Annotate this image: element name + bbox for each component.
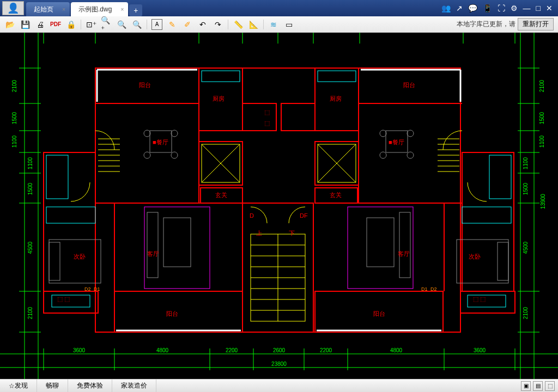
export-icon[interactable]: ↗ bbox=[456, 4, 463, 13]
tab-chat[interactable]: 畅聊 bbox=[37, 379, 68, 393]
open-icon[interactable]: 📂 bbox=[4, 19, 15, 30]
user-avatar[interactable]: 👤 bbox=[2, 1, 24, 15]
svg-rect-125 bbox=[498, 242, 508, 280]
svg-rect-122 bbox=[49, 240, 101, 283]
svg-rect-118 bbox=[147, 212, 158, 278]
save-icon[interactable]: 💾 bbox=[20, 19, 31, 30]
svg-rect-72 bbox=[489, 155, 511, 199]
svg-text:DF: DF bbox=[300, 212, 308, 219]
svg-text:2600: 2600 bbox=[273, 347, 286, 353]
label-kitchen: 厨房 bbox=[330, 95, 342, 102]
pdf-icon[interactable]: PDF bbox=[50, 19, 61, 30]
wechat-icon[interactable]: 💬 bbox=[468, 4, 477, 13]
label-down: 下 bbox=[289, 230, 295, 236]
print-icon[interactable]: 🖨 bbox=[35, 19, 46, 30]
svg-rect-62 bbox=[460, 291, 515, 313]
measure-icon[interactable]: 📏 bbox=[233, 19, 244, 30]
zoom-in-icon[interactable]: 🔍⁺ bbox=[101, 19, 112, 30]
label-up: 上 bbox=[256, 230, 262, 236]
settings-icon[interactable]: ⚙ bbox=[511, 4, 518, 13]
tab-trial[interactable]: 免费体验 bbox=[68, 379, 112, 393]
label-balcony: 阳台 bbox=[403, 82, 415, 88]
svg-rect-116 bbox=[144, 207, 210, 289]
svg-rect-53 bbox=[281, 103, 315, 131]
svg-text:2100: 2100 bbox=[11, 79, 17, 92]
svg-rect-74 bbox=[462, 207, 511, 223]
tab-renovation[interactable]: 家装造价 bbox=[112, 379, 156, 393]
svg-rect-123 bbox=[49, 242, 60, 280]
svg-rect-124 bbox=[457, 240, 508, 283]
label-entrance: 玄关 bbox=[330, 192, 342, 198]
zoom-window-icon[interactable]: ⊡⁺ bbox=[86, 19, 96, 30]
zoom-out-icon[interactable]: 🔍 bbox=[116, 19, 127, 30]
svg-rect-120 bbox=[367, 218, 394, 267]
svg-text:4800: 4800 bbox=[156, 347, 169, 353]
fullscreen-icon[interactable]: ⛶ bbox=[498, 4, 505, 13]
maximize-icon[interactable]: □ bbox=[536, 4, 541, 13]
tab-start[interactable]: 起始页× bbox=[26, 2, 70, 16]
layout-nav-icon[interactable]: ⬚ bbox=[545, 381, 555, 391]
svg-text:1500: 1500 bbox=[523, 182, 529, 195]
label-dining: ■餐厅 bbox=[153, 139, 168, 145]
reopen-button[interactable]: 重新打开 bbox=[518, 18, 554, 30]
add-tab-button[interactable]: + bbox=[129, 4, 142, 16]
svg-point-112 bbox=[380, 130, 386, 137]
svg-text:⬚: ⬚ bbox=[264, 109, 270, 115]
svg-rect-70 bbox=[318, 71, 356, 82]
svg-text:D: D bbox=[250, 212, 254, 219]
tab-file[interactable]: 示例图.dwg× bbox=[71, 2, 128, 16]
svg-text:4800: 4800 bbox=[390, 347, 403, 353]
svg-text:⬚ ⬚: ⬚ ⬚ bbox=[57, 296, 70, 302]
svg-text:2200: 2200 bbox=[226, 347, 238, 353]
label-bedroom2: 次卧 bbox=[74, 253, 86, 260]
svg-text:1100: 1100 bbox=[11, 135, 17, 148]
label-living: 客厅 bbox=[398, 250, 410, 257]
tab-discover[interactable]: ☆ 发现 bbox=[0, 379, 37, 393]
lock-icon[interactable]: 🔒 bbox=[65, 19, 76, 30]
share-icon[interactable]: 👥 bbox=[441, 4, 451, 13]
svg-rect-121 bbox=[399, 212, 410, 278]
text-icon[interactable]: A bbox=[151, 19, 162, 30]
svg-rect-119 bbox=[348, 207, 413, 289]
svg-text:3600: 3600 bbox=[474, 347, 486, 353]
svg-point-108 bbox=[171, 130, 178, 137]
minimize-icon[interactable]: — bbox=[523, 4, 531, 13]
drawing-canvas[interactable]: 阳台 阳台 厨房 厨房 ■餐厅 ■餐厅 玄关 玄关 客厅 客厅 次卧 次卧 阳台… bbox=[0, 33, 558, 379]
svg-text:2200: 2200 bbox=[320, 347, 332, 353]
undo-icon[interactable]: ↶ bbox=[197, 19, 208, 30]
svg-rect-71 bbox=[46, 155, 68, 199]
layers-icon[interactable]: ≋ bbox=[268, 19, 279, 30]
paper-space-icon[interactable]: ▤ bbox=[533, 381, 543, 391]
pencil-icon[interactable]: ✎ bbox=[167, 19, 178, 30]
close-icon[interactable]: × bbox=[62, 7, 65, 13]
measure2-icon[interactable]: 📐 bbox=[248, 19, 259, 30]
svg-text:23800: 23800 bbox=[271, 361, 287, 367]
highlight-icon[interactable]: ✐ bbox=[182, 19, 193, 30]
svg-text:4500: 4500 bbox=[523, 241, 529, 254]
model-space-icon[interactable]: ▣ bbox=[521, 381, 531, 391]
svg-point-110 bbox=[171, 152, 178, 158]
zoom-extents-icon[interactable]: 🔍 bbox=[131, 19, 142, 30]
svg-text:1500: 1500 bbox=[539, 112, 545, 124]
main-toolbar: 📂 💾 🖨 PDF 🔒 ⊡⁺ 🔍⁺ 🔍 🔍 A ✎ ✐ ↶ ↷ 📏 📐 ≋ ▭ … bbox=[0, 16, 558, 33]
label-balcony: 阳台 bbox=[373, 310, 385, 317]
svg-text:2100: 2100 bbox=[523, 307, 529, 319]
svg-text:1500: 1500 bbox=[11, 112, 17, 124]
close-window-icon[interactable]: ✕ bbox=[546, 4, 553, 13]
document-tabs: 起始页× 示例图.dwg× + bbox=[26, 0, 436, 16]
svg-rect-45 bbox=[242, 103, 276, 131]
svg-text:3600: 3600 bbox=[73, 347, 86, 353]
svg-text:2100: 2100 bbox=[539, 79, 545, 92]
svg-text:4500: 4500 bbox=[27, 241, 33, 254]
svg-rect-41 bbox=[462, 152, 514, 291]
svg-point-113 bbox=[407, 130, 414, 137]
svg-rect-69 bbox=[202, 71, 240, 82]
label-balcony: 阳台 bbox=[166, 310, 178, 317]
close-icon[interactable]: × bbox=[121, 7, 124, 13]
svg-point-109 bbox=[144, 152, 150, 158]
mobile-icon[interactable]: 📱 bbox=[483, 4, 492, 13]
redo-icon[interactable]: ↷ bbox=[213, 19, 223, 30]
bottom-bar: ☆ 发现 畅聊 免费体验 家装造价 ▣ ▤ ⬚ bbox=[0, 379, 558, 392]
layout-icon[interactable]: ▭ bbox=[283, 19, 294, 30]
svg-text:13900: 13900 bbox=[540, 194, 546, 209]
